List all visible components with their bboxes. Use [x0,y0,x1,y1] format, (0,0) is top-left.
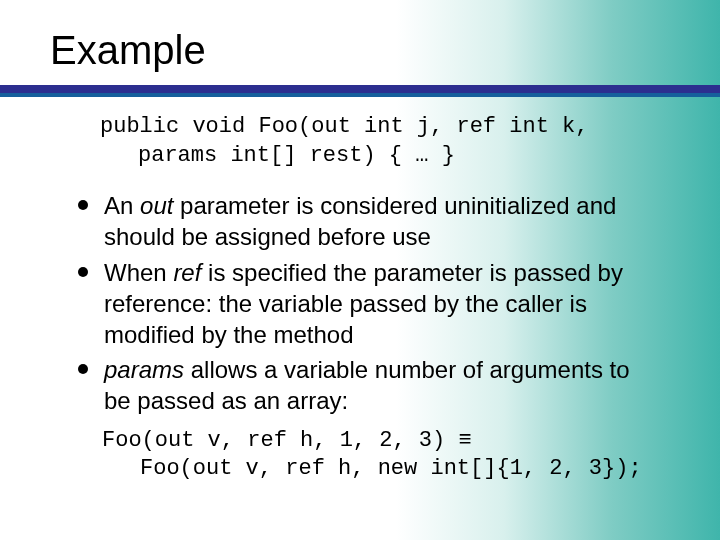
bullet-item: params allows a variable number of argum… [72,354,660,416]
slide-title: Example [50,28,670,73]
slide: Example public void Foo(out int j, ref i… [0,0,720,484]
bullet-item: When ref is specified the parameter is p… [72,257,660,351]
code-example: Foo(out v, ref h, 1, 2, 3) ≡ Foo(out v, … [102,427,660,484]
bullet-item: An out parameter is considered uninitial… [72,190,660,252]
bullet-list: An out parameter is considered uninitial… [72,190,660,416]
slide-content: public void Foo(out int j, ref int k, pa… [50,93,670,484]
code-declaration: public void Foo(out int j, ref int k, pa… [100,113,660,170]
title-underline [0,81,720,93]
